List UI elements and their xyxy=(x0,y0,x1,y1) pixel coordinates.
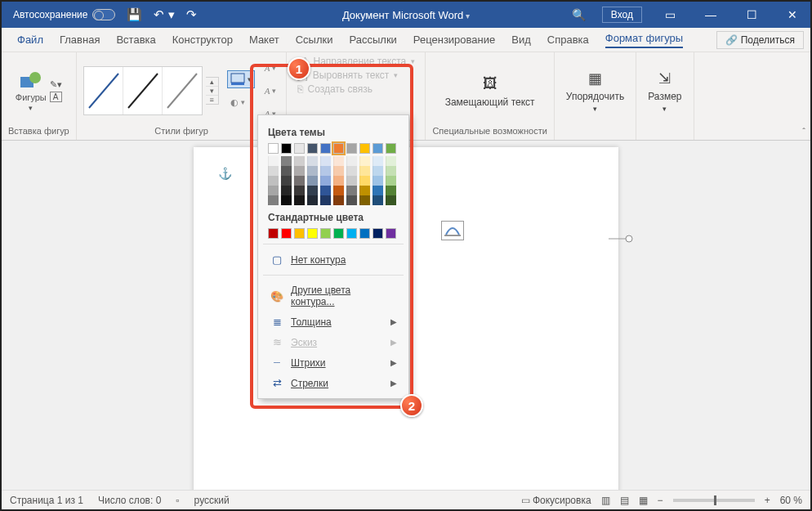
minimize-icon[interactable]: — xyxy=(693,8,729,21)
document-title[interactable]: Документ Microsoft Word xyxy=(342,9,470,21)
style-2[interactable] xyxy=(123,67,163,114)
swatch[interactable] xyxy=(359,195,370,205)
swatch[interactable] xyxy=(373,156,383,166)
swatch[interactable] xyxy=(294,166,305,176)
save-icon[interactable]: 💾 xyxy=(127,7,142,22)
swatch[interactable] xyxy=(281,228,292,239)
swatch[interactable] xyxy=(268,143,279,154)
search-icon[interactable]: 🔍 xyxy=(561,8,597,21)
tab-insert[interactable]: Вставка xyxy=(109,28,163,52)
swatch[interactable] xyxy=(268,156,279,166)
swatch[interactable] xyxy=(373,186,383,195)
edit-shape-icon[interactable]: ✎▾ xyxy=(50,79,62,90)
swatch[interactable] xyxy=(346,228,357,239)
swatch[interactable] xyxy=(333,228,344,239)
swatch[interactable] xyxy=(320,228,331,239)
swatch[interactable] xyxy=(281,176,292,186)
share-button[interactable]: 🔗Поделиться xyxy=(716,31,804,49)
close-icon[interactable]: ✕ xyxy=(774,8,810,21)
swatch[interactable] xyxy=(373,228,383,239)
sketch-item[interactable]: ≋Эскиз▶ xyxy=(268,332,399,352)
word-count[interactable]: Число слов: 0 xyxy=(98,495,161,506)
style-3[interactable] xyxy=(163,67,202,114)
swatch[interactable] xyxy=(320,156,331,166)
arrows-item[interactable]: ⇄Стрелки▶ xyxy=(268,373,399,393)
collapse-ribbon-icon[interactable]: ˆ xyxy=(802,127,805,137)
tab-mailings[interactable]: Рассылки xyxy=(341,28,404,52)
swatch[interactable] xyxy=(294,195,305,205)
swatch[interactable] xyxy=(359,228,370,239)
tab-file[interactable]: Файл xyxy=(10,28,51,52)
swatch[interactable] xyxy=(320,176,331,186)
tab-shape-format[interactable]: Формат фигуры xyxy=(598,28,690,52)
swatch[interactable] xyxy=(268,176,279,186)
swatch[interactable] xyxy=(386,176,396,186)
swatch[interactable] xyxy=(268,166,279,176)
swatch[interactable] xyxy=(307,195,318,205)
swatch[interactable] xyxy=(386,166,396,176)
swatch[interactable] xyxy=(294,228,305,239)
swatch[interactable] xyxy=(386,228,396,239)
swatch[interactable] xyxy=(307,166,318,176)
zoom-in-icon[interactable]: + xyxy=(765,495,770,506)
swatch[interactable] xyxy=(346,143,357,154)
alt-text-button[interactable]: 🖼Замещающий текст xyxy=(440,74,540,108)
swatch[interactable] xyxy=(281,156,292,166)
swatch[interactable] xyxy=(359,166,370,176)
swatch[interactable] xyxy=(346,166,357,176)
autosave-toggle[interactable]: Автосохранение xyxy=(2,9,115,20)
tab-layout[interactable]: Макет xyxy=(242,28,287,52)
page-indicator[interactable]: Страница 1 из 1 xyxy=(10,495,83,506)
tab-view[interactable]: Вид xyxy=(504,28,538,52)
ribbon-mode-icon[interactable]: ▭ xyxy=(652,8,688,21)
selected-line-shape[interactable] xyxy=(609,235,633,243)
login-button[interactable]: Вход xyxy=(602,7,642,23)
more-colors-item[interactable]: 🎨Другие цвета контура... xyxy=(268,280,399,312)
swatch[interactable] xyxy=(268,228,279,239)
layout-options-icon[interactable] xyxy=(441,221,464,240)
zoom-level[interactable]: 60 % xyxy=(780,495,802,506)
swatch[interactable] xyxy=(268,186,279,195)
undo-icon[interactable]: ↶ ▾ xyxy=(154,7,174,22)
redo-icon[interactable]: ↷ xyxy=(186,7,197,22)
zoom-slider[interactable] xyxy=(673,499,755,502)
swatch[interactable] xyxy=(359,186,370,195)
style-gallery[interactable] xyxy=(83,66,203,115)
tab-home[interactable]: Главная xyxy=(52,28,107,52)
swatch[interactable] xyxy=(281,166,292,176)
swatch[interactable] xyxy=(373,195,383,205)
swatch[interactable] xyxy=(373,166,383,176)
tab-help[interactable]: Справка xyxy=(540,28,596,52)
maximize-icon[interactable]: ☐ xyxy=(734,8,770,21)
no-outline-item[interactable]: ▢Нет контура xyxy=(268,249,399,270)
swatch[interactable] xyxy=(359,156,370,166)
swatch[interactable] xyxy=(373,143,383,154)
swatch[interactable] xyxy=(307,228,318,239)
textbox-icon[interactable]: A xyxy=(50,92,62,102)
swatch[interactable] xyxy=(281,195,292,205)
swatch[interactable] xyxy=(320,186,331,195)
swatch[interactable] xyxy=(307,186,318,195)
swatch[interactable] xyxy=(373,176,383,186)
swatch[interactable] xyxy=(294,156,305,166)
shapes-button[interactable]: Фигуры ▾ xyxy=(16,69,47,112)
weight-item[interactable]: ≣Толщина▶ xyxy=(268,312,399,332)
language-indicator[interactable]: русский xyxy=(194,495,230,506)
focus-mode-button[interactable]: ▭ Фокусировка xyxy=(521,495,591,506)
style-1[interactable] xyxy=(84,67,123,114)
swatch[interactable] xyxy=(307,176,318,186)
swatch[interactable] xyxy=(281,186,292,195)
size-button[interactable]: ⇲Размер▾ xyxy=(643,69,686,113)
read-mode-icon[interactable]: ▥ xyxy=(601,495,610,506)
swatch[interactable] xyxy=(333,176,344,186)
swatch[interactable] xyxy=(333,186,344,195)
swatch[interactable] xyxy=(294,143,305,154)
tab-design[interactable]: Конструктор xyxy=(165,28,240,52)
swatch[interactable] xyxy=(359,143,370,154)
swatch[interactable] xyxy=(320,143,331,154)
web-layout-icon[interactable]: ▦ xyxy=(639,495,648,506)
print-layout-icon[interactable]: ▤ xyxy=(620,495,629,506)
swatch[interactable] xyxy=(359,176,370,186)
swatch[interactable] xyxy=(386,156,396,166)
swatch[interactable] xyxy=(346,156,357,166)
